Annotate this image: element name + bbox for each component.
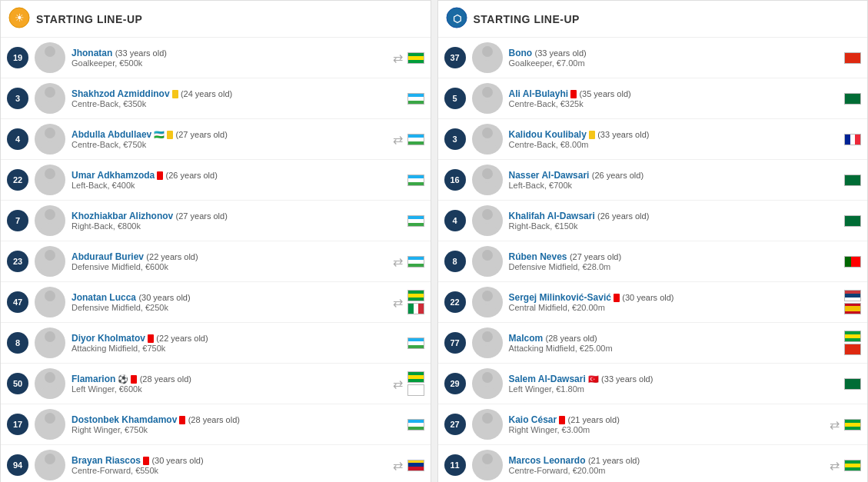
svg-point-3 bbox=[41, 60, 59, 71]
player-name[interactable]: Kaio César bbox=[509, 414, 557, 425]
svg-point-34 bbox=[482, 209, 493, 220]
player-age: (30 years old) bbox=[138, 293, 190, 302]
player-number: 22 bbox=[444, 291, 466, 313]
player-action-icons bbox=[407, 93, 424, 105]
avatar bbox=[472, 42, 503, 73]
player-number: 19 bbox=[7, 47, 28, 68]
svg-point-46 bbox=[482, 454, 493, 464]
team-header: ☀ STARTING LINE-UP bbox=[1, 1, 431, 38]
player-name[interactable]: Flamarion bbox=[72, 374, 115, 384]
flag-uz bbox=[407, 175, 424, 186]
player-number: 8 bbox=[444, 251, 466, 272]
player-name[interactable]: Kalidou Koulibaly bbox=[509, 129, 587, 140]
player-number: 8 bbox=[7, 332, 28, 354]
svg-point-8 bbox=[45, 168, 55, 179]
player-flags bbox=[407, 419, 424, 430]
player-name[interactable]: Brayan Riascos bbox=[72, 455, 141, 466]
player-age: (21 years old) bbox=[588, 456, 640, 465]
yellow-card bbox=[172, 90, 178, 98]
player-number: 94 bbox=[7, 454, 28, 476]
flag-uz bbox=[407, 256, 424, 268]
player-position-value: Centre-Back, €325k bbox=[509, 99, 845, 108]
player-age: (24 years old) bbox=[181, 89, 232, 98]
player-age: (33 years old) bbox=[601, 374, 653, 384]
player-action-icons: ⇄ bbox=[393, 254, 424, 269]
player-position-value: Centre-Forward, €550k bbox=[72, 466, 393, 475]
player-name[interactable]: Khozhiakbar Alizhonov bbox=[72, 211, 173, 221]
svg-point-30 bbox=[482, 128, 493, 138]
svg-point-42 bbox=[482, 372, 493, 383]
player-number: 4 bbox=[444, 210, 466, 231]
svg-point-23 bbox=[41, 467, 59, 479]
avatar bbox=[35, 124, 65, 155]
player-number: 11 bbox=[444, 454, 466, 476]
yellow-card bbox=[589, 131, 595, 139]
player-position-value: Centre-Back, €8.00m bbox=[509, 140, 845, 149]
player-name[interactable]: Abdulla Abdullaev bbox=[72, 129, 151, 140]
red-card bbox=[570, 90, 577, 98]
player-name[interactable]: Shakhzod Azmiddinov bbox=[72, 88, 170, 99]
player-age: (26 years old) bbox=[592, 171, 644, 180]
player-info: Malcom (28 years old) Attacking Midfield… bbox=[509, 333, 845, 353]
player-flags bbox=[844, 256, 861, 268]
flag-co bbox=[407, 460, 424, 471]
flag-br bbox=[844, 419, 861, 430]
player-flags bbox=[844, 175, 861, 186]
flag-uz bbox=[407, 215, 424, 227]
shirt-swap-icon: ⇄ bbox=[393, 295, 403, 310]
svg-point-35 bbox=[478, 223, 497, 234]
svg-point-36 bbox=[482, 250, 493, 261]
player-name[interactable]: Jhonatan bbox=[72, 48, 112, 58]
player-name[interactable]: Dostonbek Khamdamov bbox=[72, 414, 177, 425]
player-number: 47 bbox=[7, 291, 28, 313]
svg-point-31 bbox=[478, 141, 497, 153]
player-name[interactable]: Malcom bbox=[509, 333, 544, 344]
flag-uz bbox=[407, 93, 424, 105]
player-number: 22 bbox=[7, 169, 28, 191]
player-info: Shakhzod Azmiddinov (24 years old) Centr… bbox=[72, 88, 407, 108]
player-name[interactable]: Rúben Neves bbox=[509, 251, 567, 262]
player-action-icons bbox=[844, 134, 861, 145]
player-name[interactable]: Nasser Al-Dawsari bbox=[509, 170, 590, 181]
flag-uz bbox=[407, 419, 424, 430]
table-row: 77 Malcom (28 years old) Attacking Midfi… bbox=[438, 323, 868, 364]
svg-point-9 bbox=[41, 182, 59, 194]
player-age: (26 years old) bbox=[597, 211, 649, 221]
avatar bbox=[472, 83, 503, 114]
player-name[interactable]: Umar Adkhamzoda bbox=[72, 170, 155, 181]
red-card bbox=[559, 416, 565, 424]
svg-point-38 bbox=[482, 291, 493, 301]
player-action-icons bbox=[407, 215, 424, 227]
player-action-icons: ⇄ bbox=[830, 417, 861, 432]
player-action-icons: ⇄ bbox=[393, 51, 424, 65]
player-name[interactable]: Ali Al-Bulayhi bbox=[509, 88, 569, 99]
player-info: Kalidou Koulibaly (33 years old) Centre-… bbox=[509, 129, 845, 149]
table-row: 8 Rúben Neves (27 years old) Defensive M… bbox=[438, 241, 868, 282]
player-position-value: Attacking Midfield, €750k bbox=[72, 344, 407, 353]
player-flags bbox=[407, 52, 424, 64]
player-name[interactable]: Jonatan Lucca bbox=[72, 292, 136, 303]
table-row: 3 Shakhzod Azmiddinov (24 years old) Cen… bbox=[1, 78, 431, 119]
player-action-icons bbox=[407, 419, 424, 430]
svg-point-20 bbox=[45, 413, 55, 424]
flag-uz bbox=[407, 337, 424, 349]
svg-point-33 bbox=[478, 182, 497, 194]
svg-text:☀: ☀ bbox=[15, 12, 25, 24]
table-row: 7 Khozhiakbar Alizhonov (27 years old) R… bbox=[1, 201, 431, 241]
player-age: (28 years old) bbox=[140, 374, 191, 384]
svg-point-43 bbox=[478, 386, 497, 397]
avatar bbox=[472, 287, 503, 317]
player-name[interactable]: Marcos Leonardo bbox=[509, 455, 586, 466]
player-name[interactable]: Diyor Kholmatov bbox=[72, 333, 145, 344]
flag-br bbox=[844, 460, 861, 471]
player-name[interactable]: Salem Al-Dawsari bbox=[509, 374, 586, 384]
player-position-value: Left Winger, €1.80m bbox=[509, 384, 845, 394]
avatar bbox=[472, 409, 503, 440]
avatar bbox=[35, 287, 65, 317]
player-number: 3 bbox=[444, 128, 466, 150]
player-name[interactable]: Bono bbox=[509, 48, 533, 58]
player-name[interactable]: Sergej Milinković-Savić bbox=[509, 292, 611, 303]
player-flags bbox=[844, 331, 861, 355]
player-name[interactable]: Abdurauf Buriev bbox=[72, 251, 144, 262]
player-name[interactable]: Khalifah Al-Dawsari bbox=[509, 211, 595, 221]
